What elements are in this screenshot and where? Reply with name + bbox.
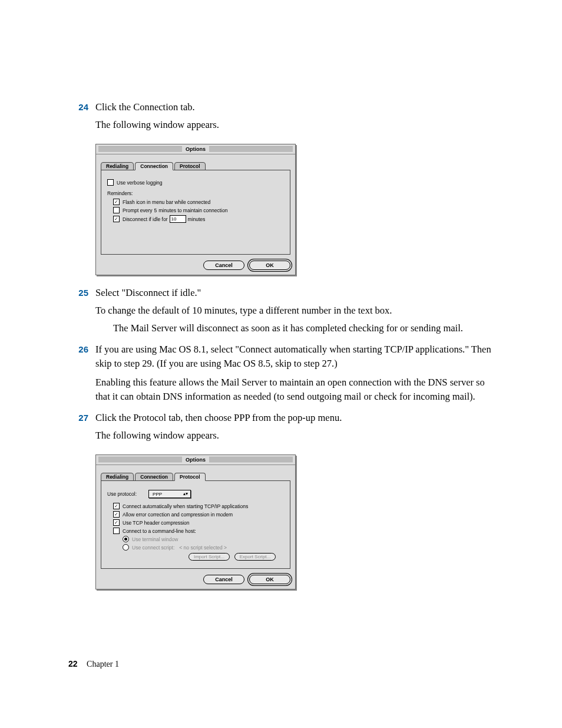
checkbox-flash-icon[interactable]: ✓ [113, 199, 120, 205]
options-window-connection: Options Redialing Connection Protocol Us… [95, 144, 296, 275]
disconnect-row: ✓ Disconnect if idle for 10 minutes [113, 215, 284, 223]
window-title: Options [182, 457, 209, 463]
step-text: Select "Disconnect if idle." [95, 286, 497, 300]
step-text: To change the default of 10 minutes, typ… [95, 304, 497, 318]
step-26: 26 If you are using Mac OS 8.1, select "… [65, 342, 497, 407]
step-body: If you are using Mac OS 8.1, select "Con… [95, 342, 497, 407]
no-script-text: < no script selected > [179, 545, 227, 551]
connect-script-row: Use connect script: < no script selected… [123, 544, 284, 551]
checkbox-label: Flash icon in menu bar while connected [123, 199, 210, 205]
script-buttons-row: Import Script... Export Script... [123, 553, 284, 561]
idle-minutes-input[interactable]: 10 [170, 215, 186, 223]
chapter-label: Chapter 1 [87, 660, 119, 668]
checkbox-connect-auto[interactable]: ✓ [113, 503, 120, 509]
checkbox-label: Disconnect if idle for [123, 216, 168, 222]
cancel-button[interactable]: Cancel [203, 575, 244, 584]
titlebar: Options [96, 455, 295, 465]
step-text: Click the Connection tab. [95, 100, 497, 114]
step-27: 27 Click the Protocol tab, then choose P… [65, 411, 497, 446]
terminal-window-row: Use terminal window [123, 536, 284, 542]
step-number: 24 [65, 100, 95, 136]
checkbox-label: Use verbose logging [117, 180, 163, 186]
tab-connection[interactable]: Connection [135, 473, 173, 481]
tabs-row: Redialing Connection Protocol [101, 470, 290, 480]
radio-terminal-window[interactable] [123, 536, 129, 542]
checkbox-verbose[interactable] [107, 179, 114, 186]
titlebar: Options [96, 144, 295, 154]
use-protocol-label: Use protocol: [107, 491, 137, 497]
radio-connect-script[interactable] [123, 544, 129, 551]
checkbox-allow-error[interactable]: ✓ [113, 511, 120, 518]
page: 24 Click the Connection tab. The followi… [0, 0, 562, 728]
checkbox-label: Use TCP header compression [123, 520, 190, 526]
step-text: Click the Protocol tab, then choose PPP … [95, 411, 497, 425]
export-script-button[interactable]: Export Script... [234, 553, 276, 561]
page-number: 22 [68, 659, 78, 668]
checkbox-label: Connect automatically when starting TCP/… [123, 503, 248, 509]
verbose-logging-row: Use verbose logging [107, 179, 284, 186]
tab-redialing[interactable]: Redialing [101, 162, 134, 170]
step-text: If you are using Mac OS 8.1, select "Con… [95, 342, 497, 371]
checkbox-label: Prompt every [123, 207, 153, 213]
checkbox-tcp-header[interactable]: ✓ [113, 519, 120, 526]
radio-label: Use connect script: [132, 545, 174, 551]
step-text: Enabling this feature allows the Mail Se… [95, 375, 497, 404]
use-protocol-row: Use protocol: PPP ▴▾ [107, 490, 284, 498]
tab-panel: Use protocol: PPP ▴▾ ✓ Connect automatic… [101, 480, 290, 569]
radio-label: Use terminal window [132, 536, 178, 542]
checkbox-label: Allow error correction and compression i… [123, 512, 233, 518]
options-window-protocol: Options Redialing Connection Protocol Us… [95, 454, 296, 589]
step-body: Click the Connection tab. The following … [95, 100, 497, 136]
step-text: The Mail Server will disconnect as soon … [95, 321, 497, 335]
step-number: 25 [65, 286, 95, 339]
cmdline-host-row: Connect to a command-line host: [113, 528, 284, 534]
import-script-button[interactable]: Import Script... [189, 553, 230, 561]
checkbox-disconnect[interactable]: ✓ [113, 216, 120, 222]
step-text: The following window appears. [95, 118, 497, 132]
tabs-row: Redialing Connection Protocol [101, 159, 290, 170]
flash-icon-row: ✓ Flash icon in menu bar while connected [113, 199, 284, 205]
ok-button[interactable]: OK [249, 261, 290, 270]
step-body: Select "Disconnect if idle." To change t… [95, 286, 497, 339]
tab-protocol[interactable]: Protocol [174, 473, 205, 481]
page-footer: 22 Chapter 1 [68, 659, 119, 669]
checkbox-cmdline-host[interactable] [113, 528, 120, 534]
window-title: Options [182, 146, 209, 152]
window-body: Redialing Connection Protocol Use verbos… [96, 154, 295, 275]
ok-button[interactable]: OK [249, 575, 290, 584]
allow-error-row: ✓ Allow error correction and compression… [113, 511, 284, 518]
step-25: 25 Select "Disconnect if idle." To chang… [65, 286, 497, 339]
prompt-row: Prompt every 5 minutes to maintain conne… [113, 207, 284, 213]
checkbox-label: minutes [188, 216, 206, 222]
tab-redialing[interactable]: Redialing [101, 473, 134, 481]
checkbox-prompt[interactable] [113, 207, 120, 213]
connect-auto-row: ✓ Connect automatically when starting TC… [113, 503, 284, 509]
tab-panel: Use verbose logging Reminders: ✓ Flash i… [101, 170, 290, 255]
popup-arrows-icon: ▴▾ [183, 492, 188, 496]
reminders-label: Reminders: [107, 190, 284, 196]
checkbox-label: minutes to maintain connection [158, 207, 227, 213]
window-body: Redialing Connection Protocol Use protoc… [96, 465, 295, 589]
tcp-header-row: ✓ Use TCP header compression [113, 519, 284, 526]
protocol-popup[interactable]: PPP ▴▾ [148, 490, 191, 498]
prompt-value: 5 [154, 207, 157, 213]
tab-protocol[interactable]: Protocol [174, 162, 205, 170]
button-row: Cancel OK [101, 261, 290, 270]
step-body: Click the Protocol tab, then choose PPP … [95, 411, 497, 446]
step-number: 26 [65, 342, 95, 407]
checkbox-label: Connect to a command-line host: [123, 528, 196, 534]
cancel-button[interactable]: Cancel [203, 261, 244, 270]
tab-connection[interactable]: Connection [135, 162, 173, 170]
step-number: 27 [65, 411, 95, 446]
button-row: Cancel OK [101, 575, 290, 584]
step-text: The following window appears. [95, 429, 497, 443]
protocol-value: PPP [153, 492, 162, 497]
step-24: 24 Click the Connection tab. The followi… [65, 100, 497, 136]
